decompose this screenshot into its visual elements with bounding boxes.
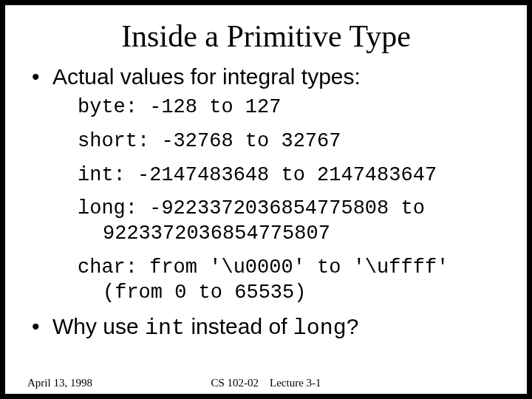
bullet-text: Actual values for integral types: — [52, 64, 361, 89]
range-int: int: -2147483648 to 2147483647 — [52, 163, 500, 188]
why-mid: instead of — [185, 314, 293, 338]
footer-course: CS 102-02 — [211, 377, 259, 389]
why-long: long — [293, 316, 347, 341]
why-int: int — [145, 316, 185, 341]
why-post: ? — [347, 314, 359, 338]
range-char-line2: (from 0 to 65535) — [78, 281, 500, 306]
range-char: char: from '\u0000' to '\uffff' (from 0 … — [52, 256, 500, 306]
range-long: long: -9223372036854775808 to 9223372036… — [52, 197, 500, 247]
bullet-why-int: Why use int instead of long? — [32, 314, 500, 341]
footer-center: CS 102-02 Lecture 3-1 — [5, 377, 527, 389]
range-long-line2: 9223372036854775807 — [78, 222, 500, 247]
range-char-line1: char: from '\u0000' to '\uffff' — [78, 256, 449, 279]
range-short: short: -32768 to 32767 — [52, 129, 500, 154]
why-pre: Why use — [52, 314, 145, 338]
bullet-list: Actual values for integral types: byte: … — [32, 64, 500, 341]
slide-title: Inside a Primitive Type — [32, 18, 500, 54]
range-long-line1: long: -9223372036854775808 to — [78, 197, 425, 219]
range-byte: byte: -128 to 127 — [52, 95, 500, 120]
bullet-actual-values: Actual values for integral types: byte: … — [32, 64, 500, 305]
slide-frame: Inside a Primitive Type Actual values fo… — [0, 0, 532, 399]
footer-lecture: Lecture 3-1 — [270, 377, 321, 389]
sub-list-ranges: byte: -128 to 127 short: -32768 to 32767… — [52, 95, 500, 305]
